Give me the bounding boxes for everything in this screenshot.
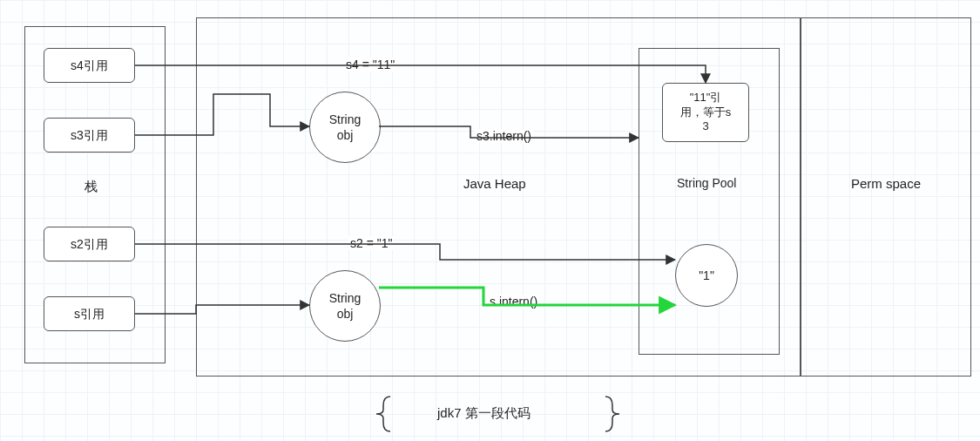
arrow-s-to-stringobj — [135, 305, 309, 314]
footer-brace-left — [376, 397, 390, 431]
arrow-s-intern-green — [379, 288, 675, 305]
arrow-s4-to-pool — [135, 65, 706, 83]
arrow-s3-intern — [379, 126, 639, 138]
arrow-s2-to-pool1 — [135, 244, 675, 260]
footer-brace-right — [605, 397, 619, 431]
arrow-s3-to-stringobj — [135, 94, 309, 135]
connectors-svg — [0, 0, 980, 441]
